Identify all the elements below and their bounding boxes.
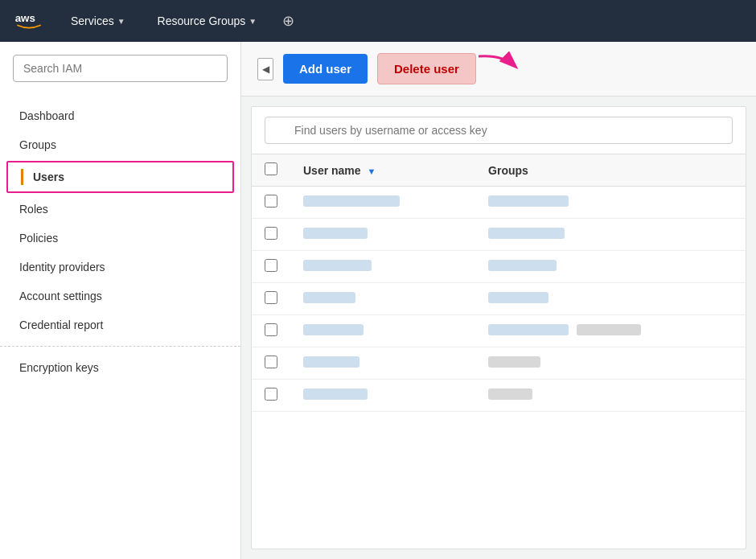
sidebar-item-policies-label: Policies: [19, 232, 58, 245]
select-all-checkbox[interactable]: [265, 162, 277, 175]
nav-resource-groups[interactable]: Resource Groups ▼: [151, 11, 264, 31]
sidebar-item-identity-providers[interactable]: Identity providers: [0, 253, 240, 282]
search-iam-input[interactable]: [13, 55, 228, 82]
services-arrow-icon: ▼: [117, 17, 125, 26]
row3-groups-value: [488, 260, 557, 271]
users-table-container: 🔍 User name ▼ G: [251, 106, 746, 549]
row3-checkbox[interactable]: [265, 259, 277, 272]
sidebar-item-users[interactable]: Users: [6, 161, 234, 193]
sidebar-item-roles-label: Roles: [19, 203, 48, 216]
sidebar-item-encryption-keys-label: Encryption keys: [19, 361, 99, 374]
sidebar-item-credential-report[interactable]: Credential report: [0, 310, 240, 339]
sidebar-item-identity-providers-label: Identity providers: [19, 261, 105, 273]
aws-logo-svg: aws: [13, 5, 45, 37]
row6-groups-cell: [475, 347, 746, 380]
row1-username-value: [303, 195, 400, 207]
sidebar-item-roles[interactable]: Roles: [0, 195, 240, 224]
row2-checkbox[interactable]: [265, 227, 277, 240]
sidebar-item-encryption-keys[interactable]: Encryption keys: [0, 353, 240, 382]
delete-user-button[interactable]: Delete user: [377, 53, 476, 84]
row5-groups-cell: [475, 315, 746, 347]
sidebar-item-dashboard[interactable]: Dashboard: [0, 101, 240, 130]
username-column-label: User name: [303, 164, 361, 177]
row7-username-value: [303, 388, 368, 400]
sidebar: Dashboard Groups Users Roles Policies Id…: [0, 42, 241, 559]
arrow-annotation: [470, 48, 527, 90]
table-header-row: User name ▼ Groups: [252, 154, 746, 187]
row7-groups-value: [488, 388, 532, 400]
table-row: [252, 315, 746, 347]
row7-username-cell: [290, 380, 475, 412]
table-row: [252, 187, 746, 219]
row5-checkbox[interactable]: [265, 323, 277, 336]
row2-groups-value: [488, 228, 565, 239]
sidebar-divider: [0, 346, 240, 347]
resource-groups-arrow-icon: ▼: [249, 17, 257, 26]
resource-groups-label: Resource Groups: [158, 14, 246, 27]
collapse-sidebar-button[interactable]: ◀: [257, 58, 273, 80]
table-row: [252, 219, 746, 251]
row2-groups-cell: [475, 219, 746, 251]
pin-icon[interactable]: ⊕: [282, 12, 294, 30]
sidebar-search-container: [0, 42, 240, 95]
row2-username-cell: [290, 219, 475, 251]
row7-checkbox-cell: [252, 380, 290, 412]
users-search-input[interactable]: [265, 117, 733, 144]
row3-username-value: [303, 260, 372, 271]
row4-checkbox[interactable]: [265, 291, 277, 304]
table-row: [252, 251, 746, 283]
row3-groups-cell: [475, 251, 746, 283]
table-search-bar: 🔍: [252, 107, 746, 154]
sidebar-item-groups-label: Groups: [19, 138, 56, 151]
row6-checkbox-cell: [252, 347, 290, 380]
row4-groups-cell: [475, 283, 746, 315]
active-indicator: [21, 169, 23, 185]
table-row: [252, 347, 746, 380]
row6-username-cell: [290, 347, 475, 380]
row3-checkbox-cell: [252, 251, 290, 283]
row4-username-cell: [290, 283, 475, 315]
row6-checkbox[interactable]: [265, 356, 277, 368]
sidebar-item-policies[interactable]: Policies: [0, 224, 240, 253]
row7-checkbox[interactable]: [265, 388, 277, 401]
sort-arrow-icon: ▼: [367, 166, 376, 176]
sidebar-item-account-settings-label: Account settings: [19, 290, 102, 302]
toolbar: ◀ Add user Delete user: [241, 42, 756, 97]
aws-logo[interactable]: aws: [13, 5, 45, 37]
row1-groups-value: [488, 195, 569, 207]
row6-username-value: [303, 356, 360, 368]
sidebar-nav: Dashboard Groups Users Roles Policies Id…: [0, 95, 240, 388]
row2-username-value: [303, 228, 368, 239]
sidebar-item-account-settings[interactable]: Account settings: [0, 282, 240, 310]
sidebar-item-dashboard-label: Dashboard: [19, 109, 75, 122]
search-wrapper: 🔍: [265, 117, 733, 144]
table-header-groups: Groups: [475, 154, 746, 187]
row5-username-value: [303, 324, 364, 335]
groups-column-label: Groups: [488, 164, 528, 177]
sidebar-item-groups[interactable]: Groups: [0, 130, 240, 159]
row2-checkbox-cell: [252, 219, 290, 251]
top-navigation: aws Services ▼ Resource Groups ▼ ⊕: [0, 0, 756, 42]
services-label: Services: [71, 14, 114, 27]
row1-groups-cell: [475, 187, 746, 219]
sidebar-item-users-label: Users: [33, 171, 64, 183]
row1-checkbox[interactable]: [265, 195, 277, 208]
main-layout: Dashboard Groups Users Roles Policies Id…: [0, 42, 756, 559]
row5-checkbox-cell: [252, 315, 290, 347]
row7-groups-cell: [475, 380, 746, 412]
table-header-checkbox: [252, 154, 290, 187]
row4-username-value: [303, 292, 355, 303]
row3-username-cell: [290, 251, 475, 283]
row5-username-cell: [290, 315, 475, 347]
row5-groups-value1: [488, 324, 569, 335]
table-header-username[interactable]: User name ▼: [290, 154, 475, 187]
row6-groups-value: [488, 356, 540, 368]
nav-services[interactable]: Services ▼: [64, 11, 132, 31]
sidebar-item-credential-report-label: Credential report: [19, 319, 103, 331]
row4-groups-value: [488, 292, 549, 303]
table-row: [252, 283, 746, 315]
add-user-button[interactable]: Add user: [283, 54, 368, 84]
users-table: User name ▼ Groups: [252, 154, 746, 412]
row1-username-cell: [290, 187, 475, 219]
svg-text:aws: aws: [15, 12, 35, 24]
